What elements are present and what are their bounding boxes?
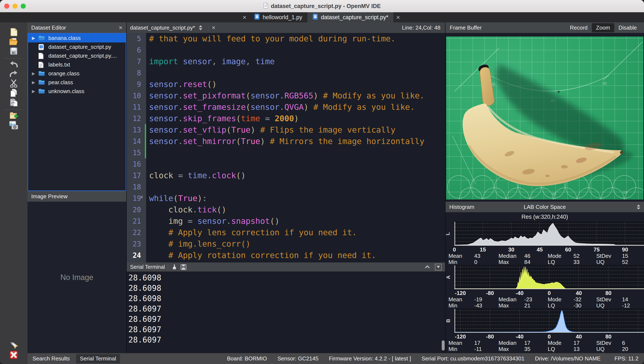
zoom-button[interactable]: Zoom [592,23,614,32]
line-number: 18 [127,183,146,191]
close-panel-icon[interactable]: × [119,24,122,31]
stat-max: Max21 [498,302,548,309]
editor-header: dataset_capture_script.py* × Line: 24,Co… [127,22,445,33]
expand-arrow-icon[interactable]: ▶ [32,80,38,85]
histogram-header: Histogram LAB Color Space [446,202,644,212]
new-file-button[interactable] [9,28,18,36]
undo-button[interactable] [9,60,18,69]
serial-terminal-output[interactable]: 28.609828.609828.609828.609728.609728.60… [127,272,445,353]
terminal-scrollbar[interactable] [442,340,445,350]
histogram-channel-a: A-120-80-4004080Mean-19Median-23Mode-32S… [446,265,644,308]
folder-icon [38,80,46,85]
color-space-spinner-icon[interactable] [637,204,640,210]
search-results-tab[interactable]: Search Results [31,355,71,362]
python-file-icon [254,14,260,21]
stat-median: Median17 [498,340,548,346]
disable-button[interactable]: Disable [614,23,641,32]
histogram-channel-l: L0153045607590Mean43Median46Mode52StDev1… [446,222,644,265]
tree-item-pear-class[interactable]: ▶pear.class [28,78,126,87]
expand-arrow-icon[interactable]: ▶ [32,89,38,94]
save-file-button[interactable] [9,47,18,56]
connect-icon [10,341,18,350]
serial-terminal-tab[interactable]: Serial Terminal [76,354,120,363]
connect-button[interactable] [9,342,18,350]
code-line-22: 22 # Apply lens correction if you need i… [127,227,445,238]
image-preview-header: Image Preview [28,191,126,202]
tree-item-dataset-capture-script-py[interactable]: Tdataset_capture_script.py [28,42,126,51]
expand-arrow-icon[interactable]: ▶ [32,36,38,40]
channel-ticks: -120-80-4004080 [454,333,644,340]
cut-button[interactable] [9,80,18,88]
new-class-folder-button[interactable] [9,112,18,120]
tree-item-dataset-capture-script-py-[interactable]: dataset_capture_script.py.... [28,51,126,60]
tick-label: 45 [537,246,543,253]
line-number: 14 [127,137,146,146]
close-tab-icon[interactable]: × [393,12,403,22]
zoom-window-button[interactable] [21,4,26,9]
tree-item-label: dataset_capture_script.py [48,44,111,50]
line-number: 15 [127,149,146,157]
open-file-button[interactable] [9,38,18,46]
dock-terminal-icon[interactable] [435,264,442,270]
stat-stdev: StDev6 [596,340,644,346]
capture-image-icon [9,121,18,130]
stat-mode: Mode52 [548,253,596,259]
stat-stdev: StDev14 [596,296,644,303]
close-tab-icon[interactable]: × [240,12,249,22]
stat-min: Min-11 [448,346,498,352]
save-log-icon[interactable] [180,264,187,270]
tab-label: helloworld_1.py [263,14,302,21]
copy-button[interactable] [9,89,18,97]
tree-item-banana-class[interactable]: ▶banana.class [28,34,126,42]
code-line-18: 18 [127,181,445,192]
stat-mode: Mode17 [548,340,596,346]
resolution-text: Res (w:320,h:240) [446,212,644,222]
code-text: while(True): [146,194,207,203]
close-document-icon[interactable]: × [212,24,216,31]
image-preview-title: Image Preview [31,193,68,200]
tree-item-labels-txt[interactable]: labels.txt [28,60,126,69]
capture-image-button[interactable] [9,121,18,130]
tree-item-unknown-class[interactable]: ▶unknown.class [28,87,126,96]
document-switch-spinner-icon[interactable] [199,25,202,30]
collapse-terminal-icon[interactable] [425,265,430,270]
stat-mean: Mean43 [448,253,498,259]
status-sensor: Sensor: GC2145 [278,355,318,362]
stat-uq: UQ52 [596,259,644,266]
code-line-23: 23 # img.lens_corr() [127,238,445,250]
svg-text:40: 40 [602,81,607,86]
code-line-6: 6 [127,44,445,56]
channel-ticks: -120-80-4004080 [454,290,644,296]
tab-helloworld[interactable]: helloworld_1.py [249,12,308,22]
undo-icon [9,60,18,69]
code-text: sensor.set_framesize(sensor.QVGA) # Modi… [146,102,415,112]
color-space-select[interactable]: LAB Color Space [446,204,644,210]
tab-dataset-capture-script[interactable]: dataset_capture_script.py* [308,12,394,22]
tick-label: 40 [576,334,582,340]
svg-text:60: 60 [623,190,627,194]
minimize-window-button[interactable] [12,4,18,9]
redo-button[interactable] [9,70,18,78]
record-button[interactable]: Record [566,23,592,32]
code-text: clock = time.clock() [146,171,246,180]
fold-marker-icon[interactable]: ∨ [140,194,143,199]
stat-max: Max84 [498,259,548,266]
expand-arrow-icon[interactable]: ▶ [32,71,38,76]
dataset-editor-panel: Dataset Editor × ▶banana.classTdataset_c… [28,22,126,353]
paste-button[interactable] [9,98,18,107]
serial-terminal-title: Serial Terminal [130,264,165,270]
window-title: dataset_capture_script.py - OpenMV IDE [271,3,381,10]
close-window-button[interactable] [4,4,9,9]
code-editor[interactable]: 5# that you will feed to your model duri… [127,33,445,262]
disconnect-button[interactable] [9,351,18,359]
clear-terminal-icon[interactable] [171,264,178,270]
tree-item-label: unknown.class [48,88,84,94]
tree-item-orange-class[interactable]: ▶orange.class [28,69,126,78]
dataset-editor-header: Dataset Editor × [28,22,126,33]
svg-text:45: 45 [552,192,556,196]
toolbar-separator [4,110,24,110]
stat-lq: LQ13 [548,346,596,352]
code-text: sensor.skip_frames(time = 2000) [146,114,299,123]
stat-median: Median-23 [498,296,548,303]
code-line-14: 14sensor.set_hmirror(True) # Mirrors the… [127,136,445,147]
